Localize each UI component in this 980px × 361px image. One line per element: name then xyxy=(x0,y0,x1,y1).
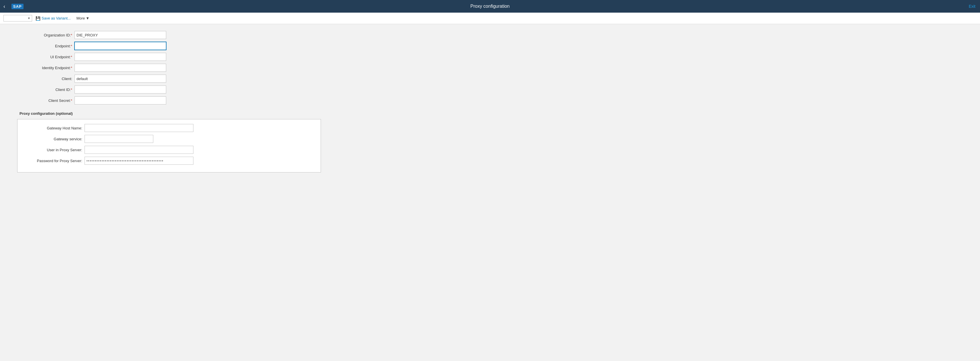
more-button[interactable]: More ▼ xyxy=(74,15,92,22)
input-ui-endpoint[interactable] xyxy=(75,53,166,61)
input-client[interactable] xyxy=(75,75,166,83)
input-endpoint[interactable] xyxy=(75,42,166,50)
label-organization-id: Organization ID:* xyxy=(17,33,75,37)
label-ui-endpoint: UI Endpoint:* xyxy=(17,55,75,59)
form-row-password-proxy: Password for Proxy Server: xyxy=(24,157,314,165)
sap-logo: SAP xyxy=(11,4,24,9)
required-star-endpoint: * xyxy=(71,44,72,48)
form-row-organization-id: Organization ID:* xyxy=(17,31,963,39)
toolbar: ▼ 💾 Save as Variant... More ▼ xyxy=(0,13,980,24)
variant-select[interactable] xyxy=(3,15,32,22)
header-bar: ‹ SAP Proxy configuration Exit xyxy=(0,0,980,13)
required-star-client-secret: * xyxy=(71,98,72,103)
label-client-id: Client ID:* xyxy=(17,88,75,92)
form-row-gateway-host: Gateway Host Name: xyxy=(24,124,314,132)
form-row-endpoint: Endpoint:* xyxy=(17,42,963,50)
variant-select-wrapper: ▼ xyxy=(3,15,32,22)
required-star: * xyxy=(71,33,72,37)
form-row-user-proxy: User in Proxy Server: xyxy=(24,146,314,154)
more-label: More xyxy=(76,16,85,21)
exit-button[interactable]: Exit xyxy=(969,4,975,9)
label-client: Client: xyxy=(17,77,75,81)
form-section: Organization ID:* Endpoint:* UI Endpoint… xyxy=(0,31,980,173)
required-star-client-id: * xyxy=(71,88,72,92)
input-password-proxy-server[interactable] xyxy=(84,157,193,165)
input-gateway-host-name[interactable] xyxy=(84,124,193,132)
label-identity-endpoint: Identity Endpoint:* xyxy=(17,66,75,70)
form-row-client-secret: Client Secret:* xyxy=(17,96,963,104)
optional-section-title: Proxy configuration (optional) xyxy=(17,111,963,116)
form-row-ui-endpoint: UI Endpoint:* xyxy=(17,53,963,61)
main-content: Organization ID:* Endpoint:* UI Endpoint… xyxy=(0,24,980,179)
input-client-secret[interactable] xyxy=(75,96,166,104)
more-chevron: ▼ xyxy=(86,16,89,21)
input-client-id[interactable] xyxy=(75,86,166,94)
label-gateway-service: Gateway service: xyxy=(24,137,84,141)
save-as-variant-label: Save as Variant... xyxy=(41,16,71,21)
label-password-proxy: Password for Proxy Server: xyxy=(24,159,84,163)
label-client-secret: Client Secret:* xyxy=(17,98,75,103)
label-user-proxy: User in Proxy Server: xyxy=(24,148,84,152)
input-organization-id[interactable] xyxy=(75,31,166,39)
page-title: Proxy configuration xyxy=(471,4,510,9)
label-gateway-host: Gateway Host Name: xyxy=(24,126,84,130)
back-button[interactable]: ‹ xyxy=(3,3,5,10)
sap-logo-text: SAP xyxy=(11,4,24,9)
required-star-ui-endpoint: * xyxy=(71,55,72,59)
save-icon: 💾 xyxy=(35,16,40,21)
form-row-identity-endpoint: Identity Endpoint:* xyxy=(17,64,963,72)
form-row-client: Client: xyxy=(17,75,963,83)
form-row-client-id: Client ID:* xyxy=(17,86,963,94)
label-endpoint: Endpoint:* xyxy=(17,44,75,48)
save-as-variant-button[interactable]: 💾 Save as Variant... xyxy=(33,15,73,22)
optional-box: Gateway Host Name: Gateway service: User… xyxy=(17,119,321,173)
input-user-proxy-server[interactable] xyxy=(84,146,193,154)
input-gateway-service[interactable] xyxy=(84,135,153,143)
input-identity-endpoint[interactable] xyxy=(75,64,166,72)
required-star-identity-endpoint: * xyxy=(71,66,72,70)
form-row-gateway-service: Gateway service: xyxy=(24,135,314,143)
